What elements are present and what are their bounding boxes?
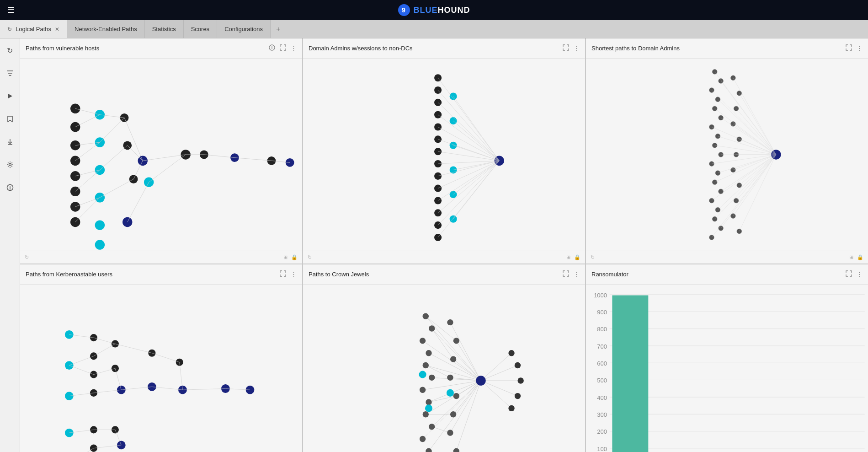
footer-lock-icon[interactable]: 🔒	[574, 254, 580, 260]
svg-line-193	[180, 362, 183, 390]
svg-point-228	[423, 313, 429, 319]
panel-expand-icon[interactable]	[563, 44, 569, 52]
panel-menu-icon[interactable]: ⋮	[291, 271, 297, 278]
svg-point-96	[712, 106, 717, 111]
svg-line-48	[128, 182, 149, 222]
panel-info-icon[interactable]	[269, 44, 275, 52]
footer-screenshot-icon[interactable]: ⊞	[283, 254, 288, 260]
sidebar-info-icon[interactable]	[3, 180, 17, 195]
tab-refresh-icon[interactable]: ↻	[7, 26, 12, 32]
svg-line-43	[143, 155, 186, 161]
svg-line-41	[128, 145, 143, 161]
footer-refresh-icon[interactable]: ↻	[308, 254, 312, 260]
svg-line-80	[438, 161, 499, 188]
svg-point-103	[715, 171, 720, 176]
footer-actions: ⊞ 🔒	[849, 254, 863, 260]
footer-lock-icon[interactable]: 🔒	[857, 254, 863, 260]
sidebar-bookmark-icon[interactable]	[3, 112, 17, 126]
panel-expand-icon[interactable]	[846, 270, 852, 278]
svg-point-55	[434, 135, 442, 143]
svg-line-29	[75, 115, 100, 127]
panel-body-crown	[303, 285, 585, 452]
panel-menu-icon[interactable]: ⋮	[574, 271, 580, 278]
sidebar-play-icon[interactable]	[3, 89, 17, 103]
svg-point-240	[447, 319, 453, 325]
sidebar-refresh-icon[interactable]: ↻	[3, 43, 17, 58]
svg-point-234	[420, 387, 426, 393]
tab-configurations[interactable]: Configurations	[217, 20, 271, 38]
svg-text:300: 300	[597, 411, 607, 418]
svg-line-90	[453, 161, 500, 219]
footer-lock-icon[interactable]: 🔒	[291, 254, 298, 260]
tab-label: Network-Enabled Paths	[75, 26, 137, 32]
footer-refresh-icon[interactable]: ↻	[591, 254, 595, 260]
panel-expand-icon[interactable]	[280, 44, 286, 52]
svg-point-6	[70, 156, 80, 166]
svg-line-74	[438, 115, 499, 161]
sidebar-download-icon[interactable]	[3, 135, 17, 149]
svg-point-51	[434, 86, 442, 94]
panel-menu-icon[interactable]: ⋮	[857, 45, 863, 52]
svg-line-124	[712, 90, 776, 155]
panel-header-domain: Domain Admins w/sessions to non-DCs ⋮	[303, 38, 585, 59]
svg-point-255	[508, 405, 514, 411]
tab-close-icon[interactable]: ✕	[55, 26, 59, 32]
svg-point-248	[419, 371, 426, 378]
svg-point-250	[447, 389, 454, 397]
svg-line-190	[152, 387, 182, 390]
tab-network-paths[interactable]: Network-Enabled Paths	[67, 20, 145, 38]
panel-body-domain	[303, 59, 585, 251]
svg-line-125	[718, 99, 776, 155]
panel-expand-icon[interactable]	[563, 270, 569, 278]
sidebar-settings-icon[interactable]	[3, 157, 17, 172]
main-layout: ↻	[0, 38, 868, 452]
svg-point-243	[447, 374, 453, 380]
tab-logical-paths[interactable]: ↻ Logical Paths ✕	[0, 20, 67, 38]
svg-text:900: 900	[597, 309, 607, 316]
panel-menu-icon[interactable]: ⋮	[574, 45, 580, 52]
svg-point-17	[95, 240, 105, 249]
panel-title-crown: Paths to Crown Jewels	[309, 271, 563, 278]
panel-menu-icon[interactable]: ⋮	[291, 45, 297, 52]
panel-icons-kerb: ⋮	[280, 270, 297, 278]
panel-crown-jewels: Paths to Crown Jewels ⋮	[303, 264, 585, 452]
svg-point-67	[450, 166, 457, 173]
svg-line-196	[94, 445, 121, 448]
panel-expand-icon[interactable]	[280, 270, 286, 278]
footer-screenshot-icon[interactable]: ⊞	[849, 254, 853, 260]
svg-line-42	[133, 161, 143, 179]
footer-actions: ⊞ 🔒	[566, 254, 580, 260]
footer-refresh-icon[interactable]: ↻	[25, 254, 29, 260]
svg-line-39	[100, 179, 133, 198]
svg-line-183	[94, 344, 115, 356]
tab-statistics[interactable]: Statistics	[145, 20, 184, 38]
sidebar-filter-icon[interactable]	[3, 66, 17, 81]
tab-label: Logical Paths	[16, 26, 51, 32]
svg-line-177	[69, 365, 94, 374]
tab-scores[interactable]: Scores	[184, 20, 217, 38]
panel-menu-icon[interactable]: ⋮	[857, 271, 863, 278]
panel-expand-icon[interactable]	[846, 44, 852, 52]
svg-point-237	[429, 424, 435, 430]
panel-title-vulnerable: Paths from vulnerable hosts	[26, 45, 269, 52]
svg-line-148	[739, 155, 776, 185]
svg-line-227	[481, 353, 511, 380]
svg-point-100	[712, 143, 717, 148]
svg-point-54	[434, 123, 442, 130]
panel-body-vulnerable	[20, 59, 302, 251]
footer-screenshot-icon[interactable]: ⊞	[566, 254, 570, 260]
tab-add-button[interactable]: +	[271, 20, 286, 38]
tab-label: Statistics	[152, 26, 176, 32]
hamburger-menu[interactable]: ☰	[7, 5, 15, 15]
svg-line-134	[715, 155, 776, 182]
logo-white-text: HOUND	[438, 5, 470, 15]
svg-text:600: 600	[597, 360, 607, 367]
panel-header-vulnerable: Paths from vulnerable hosts ⋮	[20, 38, 302, 59]
logo-text: BLUEHOUND	[414, 5, 470, 15]
panel-body-kerb	[20, 285, 302, 452]
svg-text:700: 700	[597, 343, 607, 350]
svg-line-185	[94, 390, 121, 393]
panel-icons-shortest: ⋮	[846, 44, 863, 52]
panel-header-kerb: Paths from Kerberoastable users ⋮	[20, 264, 302, 285]
svg-line-220	[429, 396, 456, 402]
